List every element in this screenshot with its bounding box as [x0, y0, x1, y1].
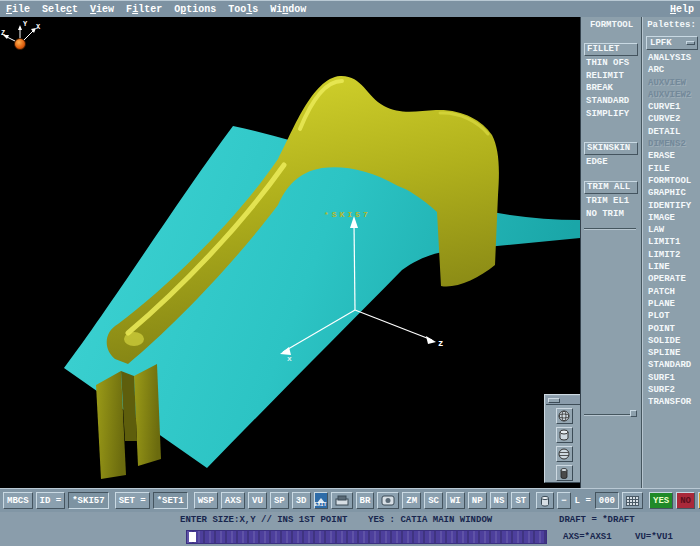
sp-button[interactable]: SP [270, 492, 289, 509]
bottom-toolbar: MBCS ID = *SKI57 SET = *SET1 WSP AXS VU … [0, 488, 700, 512]
menu-item-select[interactable]: Select [42, 4, 78, 15]
palette-solide[interactable]: SOLIDE [642, 335, 700, 347]
formtool-trim-el1[interactable]: TRIM EL1 [584, 195, 638, 208]
formtool-simplify[interactable]: SIMPLIFY [584, 108, 638, 121]
wireframe-sphere-button[interactable] [556, 408, 573, 424]
ns-button[interactable]: NS [490, 492, 509, 509]
palette-standard[interactable]: STANDARD [642, 359, 700, 371]
mbcs-button[interactable]: MBCS [3, 492, 33, 509]
right-panel: FORMTOOL FILLETTHIN OFSRELIMITBREAKSTAND… [580, 17, 700, 488]
draft-text: DRAFT = *DRAFT [559, 515, 635, 525]
formtool-fillet[interactable]: FILLET [584, 43, 638, 56]
menu-item-help[interactable]: Help [670, 4, 694, 15]
palette-formtool[interactable]: FORMTOOL [642, 175, 700, 187]
layer-cylinder-button[interactable] [536, 492, 554, 509]
status-row-prompt: ENTER SIZE:X,Y // INS 1ST POINT YES : CA… [0, 512, 700, 529]
cylinder-button[interactable] [556, 427, 573, 443]
3d-button[interactable]: 3D [292, 492, 311, 509]
br-button[interactable]: BR [356, 492, 375, 509]
palette-list: ANALYSISARCAUXVIEWAUXVIEW2CURVE1CURVE2DE… [642, 52, 700, 409]
banded-sphere-icon [558, 448, 570, 460]
plot-button[interactable] [331, 492, 353, 509]
palette-patch[interactable]: PATCH [642, 286, 700, 298]
text-cursor [189, 532, 196, 542]
palette-erase[interactable]: ERASE [642, 150, 700, 162]
keypad-icon [626, 496, 639, 506]
layer-value-field[interactable]: 000 [595, 492, 619, 509]
menu-item-filter[interactable]: Filter [126, 4, 162, 15]
screen-button[interactable] [377, 492, 399, 509]
axis-z-label: z [438, 339, 443, 349]
sc-button[interactable]: SC [424, 492, 443, 509]
palette-graphic[interactable]: GRAPHIC [642, 187, 700, 199]
palette-line[interactable]: LINE [642, 261, 700, 273]
palette-file[interactable]: FILE [642, 163, 700, 175]
nose-highlight [124, 332, 144, 346]
palette-curve1[interactable]: CURVE1 [642, 101, 700, 113]
wi-button[interactable]: WI [446, 492, 465, 509]
palette-surf1[interactable]: SURF1 [642, 372, 700, 384]
np-button[interactable]: NP [468, 492, 487, 509]
palette-spline[interactable]: SPLINE [642, 347, 700, 359]
formtool-standard[interactable]: STANDARD [584, 95, 638, 108]
minimize-icon[interactable] [548, 398, 560, 403]
trash-button[interactable] [556, 465, 573, 481]
menu-item-window[interactable]: Window [270, 4, 306, 15]
palette-law[interactable]: LAW [642, 224, 700, 236]
model-yellow-leg-right[interactable] [134, 364, 161, 466]
set-field[interactable]: *SET1 [153, 492, 188, 509]
zm-button[interactable]: ZM [402, 492, 421, 509]
palette-selector[interactable]: LPFK [646, 36, 698, 50]
palette-limit1[interactable]: LIMIT1 [642, 236, 700, 248]
separator [584, 228, 636, 230]
menu-item-view[interactable]: View [90, 4, 114, 15]
model-yellow-leg-left[interactable] [96, 371, 126, 479]
panel-resize-grip[interactable] [630, 410, 637, 417]
model-id-field[interactable]: *SKI57 [68, 492, 108, 509]
formtool-relimit[interactable]: RELIMIT [584, 70, 638, 83]
formtool-thin-ofs[interactable]: THIN OFS [584, 57, 638, 70]
palette-arc[interactable]: ARC [642, 64, 700, 76]
layer-minus-button[interactable]: − [557, 492, 570, 509]
status-row-input: AXS=*AXS1 VU=*VU1 [0, 529, 700, 546]
formtool-title: FORMTOOL [582, 20, 641, 30]
vu-text: VU=*VU1 [635, 532, 673, 542]
command-input[interactable] [186, 530, 547, 544]
palette-curve2[interactable]: CURVE2 [642, 113, 700, 125]
formtool-no-trim[interactable]: NO TRIM [584, 208, 638, 221]
palette-transfor[interactable]: TRANSFOR [642, 396, 700, 408]
menu-item-options[interactable]: Options [174, 4, 216, 15]
formtool-break[interactable]: BREAK [584, 82, 638, 95]
yes-button[interactable]: YES [649, 492, 673, 509]
palette-limit2[interactable]: LIMIT2 [642, 249, 700, 261]
palette-plot[interactable]: PLOT [642, 310, 700, 322]
viewport-3d[interactable]: *SKI57 z x Z Y X [0, 17, 580, 488]
formtool-edge[interactable]: EDGE [584, 156, 638, 169]
window-message-text: YES : CATIA MAIN WINDOW [368, 515, 492, 525]
keypad-button[interactable] [622, 492, 643, 509]
floating-palette-titlebar[interactable] [546, 396, 582, 405]
palette-detail[interactable]: DETAIL [642, 126, 700, 138]
id-button[interactable]: ID = [36, 492, 66, 509]
exit-button[interactable]: EXIT [314, 492, 328, 509]
axs-button[interactable]: AXS [221, 492, 245, 509]
palette-plane[interactable]: PLANE [642, 298, 700, 310]
no-button[interactable]: NO [676, 492, 695, 509]
st-button[interactable]: ST [511, 492, 530, 509]
formtool-trim-all[interactable]: TRIM ALL [584, 181, 638, 194]
banded-sphere-button[interactable] [556, 446, 573, 462]
menu-item-file[interactable]: File [6, 4, 30, 15]
menu-item-tools[interactable]: Tools [228, 4, 258, 15]
palette-identify[interactable]: IDENTIFY [642, 200, 700, 212]
palette-image[interactable]: IMAGE [642, 212, 700, 224]
wsp-button[interactable]: WSP [194, 492, 218, 509]
palette-surf2[interactable]: SURF2 [642, 384, 700, 396]
set-button[interactable]: SET = [115, 492, 150, 509]
palette-analysis[interactable]: ANALYSIS [642, 52, 700, 64]
palette-operate[interactable]: OPERATE [642, 273, 700, 285]
palette-point[interactable]: POINT [642, 323, 700, 335]
svg-text:Y: Y [23, 20, 28, 28]
formtool-panel: FORMTOOL FILLETTHIN OFSRELIMITBREAKSTAND… [582, 17, 641, 488]
vu-button[interactable]: VU [248, 492, 267, 509]
formtool-skinskin[interactable]: SKINSKIN [584, 142, 638, 155]
